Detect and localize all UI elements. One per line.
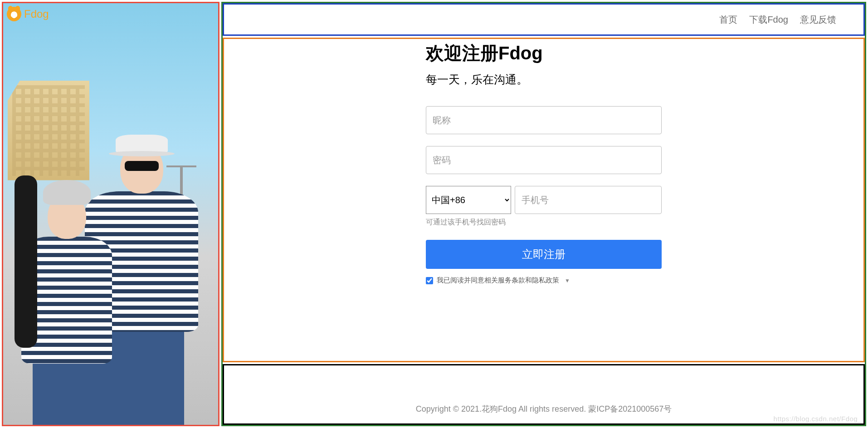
nav-download[interactable]: 下载Fdog <box>749 14 788 26</box>
fdog-logo-icon <box>7 7 21 21</box>
phone-input[interactable] <box>515 186 662 214</box>
building-graphic <box>8 81 89 180</box>
agree-row: 我已阅读并同意相关服务条款和隐私政策 ▼ <box>426 276 662 285</box>
country-code-select[interactable]: 中国+86 <box>426 186 511 214</box>
nav-home[interactable]: 首页 <box>719 14 737 26</box>
right-side: 首页 下载Fdog 意见反馈 欢迎注册Fdog 每一天，乐在沟通。 中国+86 <box>221 2 866 426</box>
agree-checkbox[interactable] <box>426 277 433 284</box>
password-input[interactable] <box>426 146 662 174</box>
watermark-text: https://blog.csdn.net/Fdog_ <box>774 415 862 423</box>
nickname-row <box>426 106 662 134</box>
logo-text: Fdog <box>24 8 49 20</box>
hero-photo <box>3 3 218 425</box>
chevron-down-icon[interactable]: ▼ <box>565 277 570 284</box>
main-content: 欢迎注册Fdog 每一天，乐在沟通。 中国+86 可通过该手机号找回密码 立即注… <box>223 38 865 362</box>
footer-copyright: Copyright © 2021.花狗Fdog All rights reser… <box>416 404 672 414</box>
register-button[interactable]: 立即注册 <box>426 240 662 269</box>
password-row <box>426 146 662 174</box>
nav-feedback[interactable]: 意见反馈 <box>800 14 836 26</box>
phone-hint: 可通过该手机号找回密码 <box>426 218 662 227</box>
agree-text: 我已阅读并同意相关服务条款和隐私政策 <box>437 276 559 285</box>
page-container: Fdog 首页 下载Fdog 意见反馈 欢迎注册 <box>0 0 868 428</box>
phone-row: 中国+86 <box>426 186 662 214</box>
person-female-graphic <box>21 166 112 425</box>
logo-area: Fdog <box>7 7 49 21</box>
footer: Copyright © 2021.花狗Fdog All rights reser… <box>223 364 865 425</box>
register-form: 欢迎注册Fdog 每一天，乐在沟通。 中国+86 可通过该手机号找回密码 立即注… <box>426 41 662 285</box>
top-nav: 首页 下载Fdog 意见反馈 <box>223 3 865 36</box>
left-image-panel: Fdog <box>2 2 219 426</box>
nickname-input[interactable] <box>426 106 662 134</box>
page-subtitle: 每一天，乐在沟通。 <box>426 72 662 87</box>
page-title: 欢迎注册Fdog <box>426 41 662 66</box>
